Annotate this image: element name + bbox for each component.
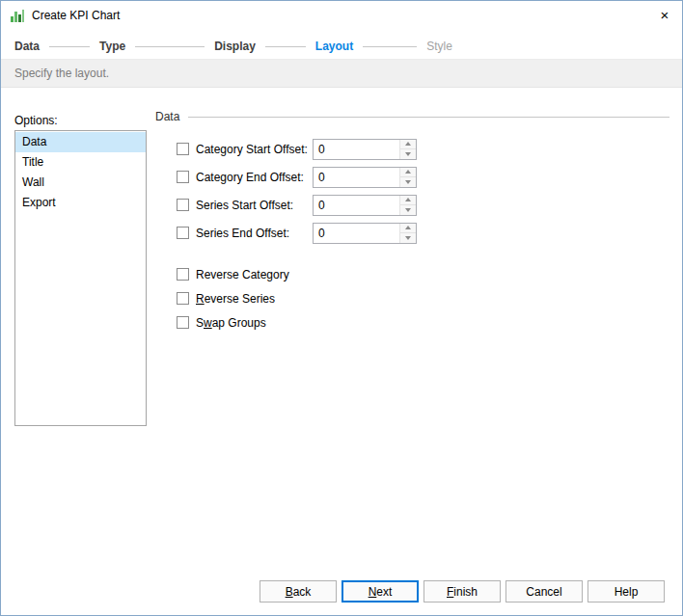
subtitle-bar: Specify the layout.: [1, 59, 682, 88]
series-start-offset-checkbox[interactable]: [177, 199, 189, 211]
step-data[interactable]: Data: [14, 40, 40, 53]
spin-up-icon: [405, 170, 411, 174]
check-rows: Reverse Category Reverse Series Swap Gro…: [177, 262, 289, 335]
label-text: ap Groups: [212, 316, 266, 330]
spin-down-button[interactable]: [400, 176, 416, 187]
spin-down-button[interactable]: [400, 232, 416, 243]
spinner-buttons: [399, 140, 416, 159]
next-button[interactable]: Next: [342, 580, 419, 603]
step-connector-line: [265, 46, 306, 47]
reverse-category-checkbox[interactable]: [177, 268, 189, 281]
spin-down-button[interactable]: [400, 204, 416, 215]
spin-up-icon: [405, 226, 411, 229]
spin-down-icon: [405, 180, 411, 184]
step-layout[interactable]: Layout: [315, 40, 353, 53]
section-header-rule: [188, 117, 669, 118]
options-item-title[interactable]: Title: [15, 152, 146, 173]
options-item-data[interactable]: Data: [15, 132, 146, 152]
category-start-offset-row: Category Start Offset:: [177, 135, 417, 163]
reverse-series-label: Reverse Series: [196, 292, 275, 306]
step-display[interactable]: Display: [214, 40, 256, 53]
create-kpi-chart-dialog: Create KPI Chart × Data Type Display Lay…: [0, 0, 683, 616]
spinner-buttons: [399, 224, 416, 243]
step-connector-line: [135, 46, 205, 47]
label-text: inish: [453, 585, 478, 599]
section-header: Data: [155, 110, 669, 123]
label-text: everse Series: [205, 292, 275, 306]
spin-up-icon: [405, 198, 411, 201]
spin-up-icon: [405, 142, 411, 146]
subtitle-text: Specify the layout.: [14, 67, 109, 80]
series-end-offset-input[interactable]: [314, 224, 399, 243]
swap-groups-row: Swap Groups: [177, 310, 289, 335]
series-end-offset-label: Series End Offset:: [196, 227, 313, 240]
label-text: Reverse Category: [196, 268, 289, 281]
spin-down-icon: [405, 208, 411, 212]
reverse-series-checkbox[interactable]: [177, 292, 189, 305]
dialog-footer: Back Next Finish Cancel Help: [1, 580, 682, 603]
spin-down-icon: [405, 152, 411, 156]
spinner-buttons: [399, 196, 416, 215]
category-end-offset-spinner: [313, 167, 417, 188]
cancel-button[interactable]: Cancel: [505, 580, 583, 603]
spin-up-button[interactable]: [400, 168, 416, 177]
options-listbox: Data Title Wall Export: [14, 130, 147, 426]
category-end-offset-input[interactable]: [314, 168, 399, 187]
step-type[interactable]: Type: [99, 40, 125, 53]
label-text: S: [196, 316, 204, 330]
step-connector-line: [49, 46, 90, 47]
series-start-offset-label: Series Start Offset:: [196, 199, 313, 212]
spin-up-button[interactable]: [400, 140, 416, 149]
category-end-offset-checkbox[interactable]: [177, 171, 189, 183]
series-end-offset-row: Series End Offset:: [177, 219, 417, 247]
series-end-offset-checkbox[interactable]: [177, 227, 189, 239]
category-start-offset-checkbox[interactable]: [177, 143, 189, 155]
kpi-chart-icon: [10, 8, 25, 23]
series-end-offset-spinner: [313, 223, 417, 244]
offset-rows: Category Start Offset: Category End Offs…: [177, 135, 417, 247]
finish-button[interactable]: Finish: [423, 580, 501, 603]
spin-down-button[interactable]: [400, 148, 416, 159]
label-mnemonic: B: [286, 585, 293, 599]
title-bar: Create KPI Chart ×: [1, 1, 682, 30]
series-start-offset-row: Series Start Offset:: [177, 191, 417, 219]
label-text: Cancel: [526, 585, 561, 599]
reverse-category-label: Reverse Category: [196, 268, 289, 281]
label-mnemonic: w: [204, 316, 212, 330]
section-header-label: Data: [155, 110, 179, 123]
series-start-offset-input[interactable]: [314, 196, 399, 215]
label-text: ext: [376, 585, 392, 599]
label-text: ack: [293, 585, 312, 599]
category-start-offset-spinner: [313, 139, 417, 160]
step-style[interactable]: Style: [426, 40, 452, 53]
options-label: Options:: [14, 114, 58, 127]
category-end-offset-row: Category End Offset:: [177, 163, 417, 191]
label-text: Help: [615, 585, 639, 599]
category-end-offset-label: Category End Offset:: [196, 171, 313, 184]
spinner-buttons: [399, 168, 416, 187]
swap-groups-checkbox[interactable]: [177, 316, 189, 329]
back-button[interactable]: Back: [260, 580, 337, 603]
category-start-offset-input[interactable]: [314, 140, 399, 159]
reverse-category-row: Reverse Category: [177, 262, 289, 286]
spin-down-icon: [405, 236, 411, 240]
close-icon[interactable]: ×: [647, 1, 682, 30]
wizard-steps: Data Type Display Layout Style: [14, 38, 669, 55]
step-connector-line: [363, 46, 417, 47]
options-item-export[interactable]: Export: [15, 193, 146, 213]
series-start-offset-spinner: [313, 195, 417, 216]
window-title: Create KPI Chart: [32, 9, 120, 22]
help-button[interactable]: Help: [587, 580, 665, 603]
swap-groups-label: Swap Groups: [196, 316, 266, 330]
spin-up-button[interactable]: [400, 224, 416, 233]
spin-up-button[interactable]: [400, 196, 416, 205]
category-start-offset-label: Category Start Offset:: [196, 143, 313, 156]
label-mnemonic: R: [196, 292, 205, 306]
reverse-series-row: Reverse Series: [177, 286, 289, 310]
options-item-wall[interactable]: Wall: [15, 173, 146, 193]
